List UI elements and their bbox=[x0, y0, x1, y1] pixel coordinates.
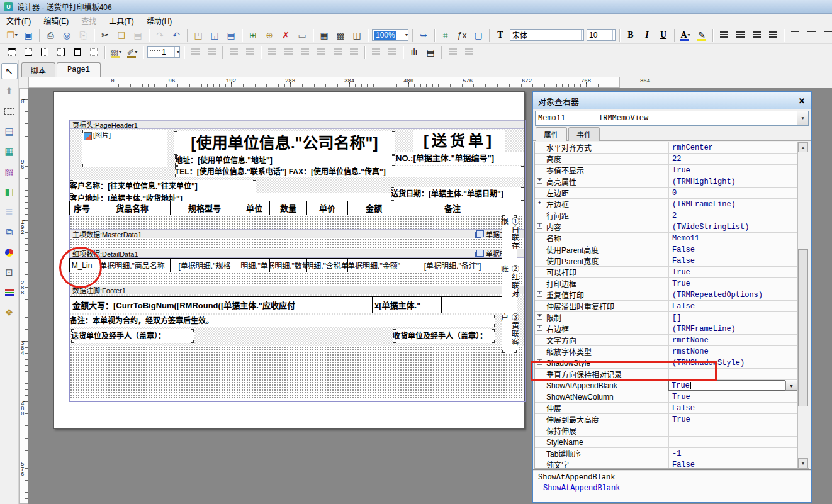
tab-properties[interactable]: 属性 bbox=[536, 127, 567, 141]
property-row[interactable]: 左边框(TRMFrameLine) bbox=[535, 199, 798, 210]
insert-barcode-tool[interactable]: ⊡ bbox=[1, 264, 18, 281]
dialog-form-button[interactable]: ▢ bbox=[471, 28, 486, 43]
insert-subreport-tool[interactable]: ⧉ bbox=[1, 224, 18, 240]
property-row[interactable]: 可以打印True bbox=[535, 267, 798, 278]
property-value[interactable]: False bbox=[668, 403, 798, 413]
property-row[interactable]: 高亮属性(TRMHighlight) bbox=[535, 176, 798, 188]
expand-icon[interactable] bbox=[537, 178, 542, 184]
insert-chart-tool[interactable] bbox=[1, 244, 18, 260]
save-button[interactable]: ▣ bbox=[21, 28, 36, 43]
menu-edit[interactable]: 编辑(E) bbox=[37, 14, 75, 27]
property-row[interactable]: 零值不显示True bbox=[535, 165, 798, 176]
print-preview-button[interactable]: ◎ bbox=[59, 28, 74, 43]
property-row[interactable]: 伸展溢出时重复打印False bbox=[535, 301, 798, 312]
copies-strip-memo[interactable]: ①白联存根②红联对账③黄联客户 bbox=[502, 215, 517, 353]
column-header[interactable]: 数量 bbox=[269, 201, 307, 215]
property-row[interactable]: 使用Parent高度False bbox=[535, 244, 798, 255]
band-pageheader[interactable]: 页标头:PageHeader1 bbox=[70, 120, 524, 129]
property-value[interactable]: rmhCenter bbox=[668, 142, 798, 153]
cut-button[interactable]: ✂ bbox=[98, 28, 113, 43]
italic-button[interactable]: I bbox=[639, 28, 655, 43]
amount-value-memo[interactable]: ¥[单据主体." bbox=[372, 296, 442, 313]
property-row[interactable]: 重复值打印(TRMRepeatedOptions) bbox=[535, 289, 798, 301]
frame-all-button[interactable] bbox=[70, 45, 85, 60]
property-row[interactable]: ShowAtAppendBlankTrue bbox=[535, 380, 798, 391]
insert-expression-tool[interactable]: ▦ bbox=[1, 143, 18, 160]
bring-front-button[interactable]: ◰ bbox=[191, 28, 206, 43]
snap-grid-button[interactable]: ▩ bbox=[333, 28, 348, 43]
property-row[interactable]: 水平对齐方式rmhCenter bbox=[535, 142, 798, 154]
align-left-button[interactable] bbox=[716, 28, 731, 43]
show-grid-button[interactable]: ▦ bbox=[317, 28, 332, 43]
property-value[interactable]: (TRMFrameLine) bbox=[668, 323, 798, 334]
open-button[interactable]: ❐▾ bbox=[4, 28, 20, 43]
property-value[interactable]: True bbox=[668, 267, 798, 277]
layers-button[interactable]: ▤ bbox=[223, 28, 239, 43]
column-header[interactable]: 备注 bbox=[400, 201, 505, 215]
property-value[interactable]: (TRMHighlight) bbox=[668, 176, 798, 187]
property-value[interactable]: False bbox=[668, 301, 798, 311]
frame-right-button[interactable] bbox=[53, 45, 69, 60]
underline-button[interactable]: U bbox=[656, 28, 671, 43]
page-columns-button[interactable]: ◫ bbox=[349, 28, 364, 43]
menu-file[interactable]: 文件(F) bbox=[0, 14, 37, 27]
column-header[interactable]: 单价 bbox=[306, 201, 348, 215]
doc-no-memo[interactable]: NO.:[单据主体."单据编号"] bbox=[396, 152, 524, 165]
property-row[interactable]: 缩放字体类型rmstNone bbox=[535, 346, 798, 357]
insert-line-tool[interactable] bbox=[1, 284, 18, 301]
picture-placeholder[interactable]: [图片] bbox=[82, 130, 167, 167]
property-row[interactable]: 伸展到最大高度True bbox=[535, 414, 798, 425]
print-button[interactable]: ⎙ bbox=[43, 28, 58, 43]
property-row[interactable]: 内容(TWideStringList) bbox=[535, 221, 798, 233]
detail-cell[interactable]: [单据明细."备注"] bbox=[400, 258, 505, 272]
property-value[interactable]: True bbox=[668, 391, 798, 402]
band-footer[interactable]: 数据注脚:Footer1 bbox=[70, 286, 524, 294]
help-property-link[interactable]: ShowAtAppendBlank bbox=[538, 484, 806, 493]
property-row[interactable]: 高度22 bbox=[535, 154, 798, 165]
frame-bottom-button[interactable] bbox=[21, 45, 36, 60]
property-value[interactable]: -1 bbox=[668, 448, 798, 459]
column-header[interactable]: 货品名称 bbox=[94, 201, 171, 215]
property-value[interactable]: True bbox=[668, 278, 798, 289]
detail-cell[interactable]: 单据明细."商品名称 bbox=[94, 258, 171, 272]
doc-title-memo[interactable]: [送货单] bbox=[413, 130, 505, 152]
font-dialog-button[interactable]: T bbox=[493, 28, 508, 43]
property-row[interactable]: StyleName bbox=[535, 437, 798, 448]
valign-middle-button[interactable] bbox=[804, 28, 819, 43]
property-row[interactable]: 纯文字False bbox=[535, 459, 798, 469]
address-memo[interactable]: 地址：[使用单位信息."地址"] bbox=[175, 155, 395, 166]
tab-page1[interactable]: Page1 bbox=[57, 62, 101, 77]
property-row[interactable]: 打印边框True bbox=[535, 278, 798, 289]
font-color-button[interactable]: A▾ bbox=[678, 28, 693, 43]
property-value[interactable]: 22 bbox=[668, 154, 798, 164]
line-width-select[interactable]: 1▾ bbox=[147, 46, 180, 58]
frame-top-button[interactable] bbox=[4, 45, 20, 60]
align-right-button[interactable] bbox=[749, 28, 764, 43]
send-back-button[interactable]: ◱ bbox=[207, 28, 222, 43]
property-row[interactable]: 行间距2 bbox=[535, 210, 798, 221]
property-value-editor[interactable]: True bbox=[668, 380, 785, 391]
tab-script[interactable]: 脚本 bbox=[21, 62, 55, 77]
tel-fax-memo[interactable]: TEL：[使用单位信息."联系电话"] FAX：[使用单位信息."传真"] bbox=[175, 166, 524, 177]
insert-ole-tool[interactable]: ❖ bbox=[1, 305, 18, 321]
property-value[interactable] bbox=[668, 437, 798, 447]
align-center-button[interactable] bbox=[733, 28, 748, 43]
amount-words-memo[interactable]: 金额大写：[CurrToBigNum([RMRound([单据主体."应收应付 bbox=[70, 296, 340, 313]
select-tool[interactable]: ↖ bbox=[1, 63, 18, 79]
fill-color-button[interactable]: ▨▾ bbox=[108, 45, 123, 60]
close-icon[interactable]: ✕ bbox=[795, 95, 808, 106]
column-header[interactable]: 单位 bbox=[239, 201, 270, 215]
column-header[interactable]: 序号 bbox=[69, 201, 94, 215]
detail-cell[interactable]: 明细."单 bbox=[239, 258, 270, 272]
tab-events[interactable]: 事件 bbox=[568, 127, 600, 141]
property-value[interactable]: Memo11 bbox=[668, 233, 798, 244]
property-row[interactable]: 文字方向rmrtNone bbox=[535, 335, 798, 346]
expression-button[interactable]: ƒx bbox=[454, 28, 469, 43]
highlight-button[interactable]: ✎ bbox=[694, 28, 709, 43]
property-row[interactable]: 右边框(TRMFrameLine) bbox=[535, 323, 798, 335]
new-memo-button[interactable]: ⊞ bbox=[245, 28, 261, 43]
property-row[interactable]: 左边距0 bbox=[535, 188, 798, 199]
blank-page-button[interactable]: ▭ bbox=[295, 28, 310, 43]
insert-shape-tool[interactable]: ◧ bbox=[1, 184, 18, 200]
property-value[interactable]: (TRMRepeatedOptions) bbox=[668, 289, 798, 300]
